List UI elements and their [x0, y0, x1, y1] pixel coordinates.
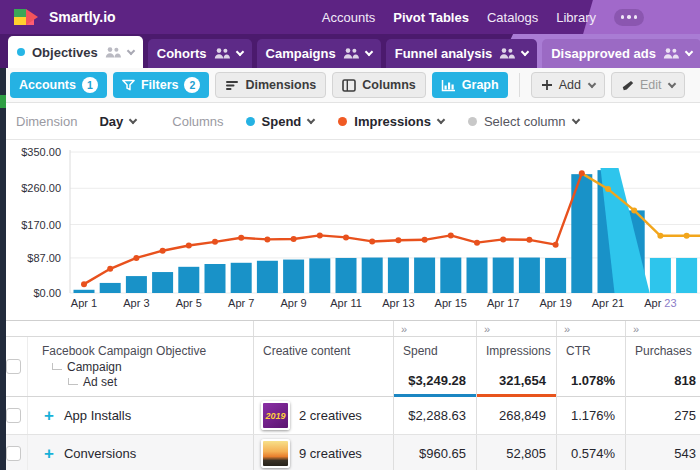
expand-row-icon[interactable]: + [44, 407, 54, 424]
y-axis-tick: $260.00 [21, 182, 61, 194]
bar-Apr-15 [440, 258, 461, 293]
tab-label: Campaigns [266, 46, 336, 61]
table-header-row: Facebook Campaign Objective Campaign Ad … [0, 337, 700, 397]
cell-impressions: 52,805 [477, 435, 557, 470]
tab-disapproved-ads[interactable]: Disapproved ads [542, 39, 700, 68]
chart-controls-row: Dimension Day Columns SpendImpressionsSe… [0, 103, 700, 140]
table-row-conversions[interactable]: +Conversions9 creatives$960.6552,8050.57… [0, 435, 700, 470]
tab-objectives[interactable]: Objectives [8, 36, 143, 68]
toolbar: Accounts 1 Filters 2 Dimensions Columns … [0, 68, 700, 103]
y-axis-tick: $350.00 [21, 146, 61, 158]
collapse-column-spend[interactable]: » [394, 321, 477, 336]
column-header-label: Purchases [635, 344, 692, 358]
edit-button-label: Edit [640, 78, 662, 92]
mini-cell-creative [254, 321, 394, 336]
line-marker-Apr-23 [657, 233, 663, 239]
cell-purchases: 275 [626, 397, 700, 434]
filters-button[interactable]: Filters 2 [113, 72, 210, 98]
bar-Apr-17 [493, 258, 514, 293]
more-menu-button[interactable] [614, 9, 644, 26]
accounts-filter-button[interactable]: Accounts 1 [10, 72, 107, 98]
column-header-label: Spend [403, 344, 438, 358]
row-checkbox[interactable] [6, 408, 21, 423]
expand-row-icon[interactable]: + [44, 445, 54, 462]
column-header-spend[interactable]: Spend$3,249.28 [394, 337, 477, 397]
collapse-column-icon: » [564, 323, 570, 335]
graph-toggle-button[interactable]: Graph [432, 72, 508, 98]
people-icon [343, 48, 359, 59]
line-marker-Apr-8 [264, 236, 270, 242]
objective-name: App Installs [64, 408, 131, 423]
column-header-ctr[interactable]: CTR1.078% [557, 337, 626, 397]
x-axis-tick: Apr 9 [280, 297, 306, 309]
add-button[interactable]: Add [531, 72, 605, 98]
line-marker-Apr-10 [317, 232, 323, 238]
chevron-down-icon [235, 48, 243, 56]
cell-spend: $960.65 [394, 435, 477, 470]
collapse-column-icon: » [484, 323, 490, 335]
dimension-tree-header[interactable]: Facebook Campaign Objective Campaign Ad … [28, 337, 254, 396]
people-icon [663, 48, 679, 59]
column-select-label: Select column [484, 114, 566, 129]
select-all-checkbox[interactable] [6, 359, 21, 374]
creative-thumb-2019[interactable]: 2019 [261, 401, 290, 430]
smartly-logo-icon[interactable] [14, 9, 39, 25]
line-marker-Apr-5 [186, 242, 192, 248]
chevron-down-icon [668, 79, 676, 87]
edit-button[interactable]: Edit [611, 72, 686, 98]
tab-campaigns[interactable]: Campaigns [257, 39, 381, 68]
dimensions-button[interactable]: Dimensions [215, 72, 326, 98]
nav-item-library[interactable]: Library [556, 10, 596, 25]
creative-thumb-sunset[interactable] [261, 439, 290, 468]
line-marker-Apr-14 [422, 237, 428, 243]
row-checkbox[interactable] [6, 446, 21, 461]
column-select-impressions[interactable]: Impressions [338, 114, 444, 129]
table-row-app-installs[interactable]: +App Installs20192 creatives$2,288.63268… [0, 397, 700, 435]
line-marker-Apr-2 [107, 266, 113, 272]
bar-Apr-18 [519, 258, 540, 293]
tab-funnel-analysis[interactable]: Funnel analysis [386, 39, 538, 68]
series-color-dot [468, 117, 477, 126]
bar-Apr-7 [231, 263, 252, 293]
tab-cohorts[interactable]: Cohorts [148, 39, 252, 68]
chevron-down-icon [521, 48, 529, 56]
nav-item-pivot-tables[interactable]: Pivot Tables [393, 10, 469, 25]
collapse-column-purchases[interactable]: » [626, 321, 700, 336]
x-axis-tick: Apr 11 [330, 297, 362, 309]
dimension-select[interactable]: Day [99, 114, 136, 129]
column-header-label: Impressions [486, 344, 551, 358]
creative-content-header[interactable]: Creative content [254, 337, 394, 396]
window-edge-strip [0, 68, 6, 470]
ellipsis-icon [621, 15, 625, 19]
line-marker-Apr-1 [81, 281, 87, 287]
collapse-column-ctr[interactable]: » [557, 321, 626, 336]
top-nav-items: AccountsPivot TablesCatalogsLibrary [322, 0, 700, 34]
bar-Apr-1 [74, 290, 95, 293]
nav-item-catalogs[interactable]: Catalogs [487, 10, 538, 25]
funnel-icon [122, 79, 135, 92]
nav-item-accounts[interactable]: Accounts [322, 10, 375, 25]
dimension-value: Day [99, 114, 123, 129]
column-select-select-column[interactable]: Select column [468, 114, 579, 129]
y-axis-tick: $0.00 [33, 287, 61, 299]
people-icon [214, 48, 230, 59]
column-header-purchases[interactable]: Purchases818 [626, 337, 700, 397]
tree-level-objective: Facebook Campaign Objective [28, 337, 253, 358]
graph-icon [441, 79, 456, 92]
x-axis-tick: Apr 3 [123, 297, 149, 309]
bar-Apr-13 [388, 258, 409, 293]
columns-icon [342, 79, 356, 92]
x-axis-tick: Apr 13 [382, 297, 414, 309]
line-marker-Apr-19 [553, 242, 559, 248]
window-edge-accent [0, 95, 6, 108]
tree-level-adset: Ad set [83, 375, 117, 389]
columns-button[interactable]: Columns [332, 72, 425, 98]
chevron-down-icon [129, 115, 137, 123]
column-select-spend[interactable]: Spend [246, 114, 315, 129]
line-marker-Apr-3 [133, 255, 139, 261]
line-marker-Apr-22 [631, 207, 637, 213]
chevron-down-icon [437, 115, 445, 123]
y-axis-tick: $87.00 [27, 252, 61, 264]
column-header-impressions[interactable]: Impressions321,654 [477, 337, 557, 397]
collapse-column-impressions[interactable]: » [477, 321, 557, 336]
